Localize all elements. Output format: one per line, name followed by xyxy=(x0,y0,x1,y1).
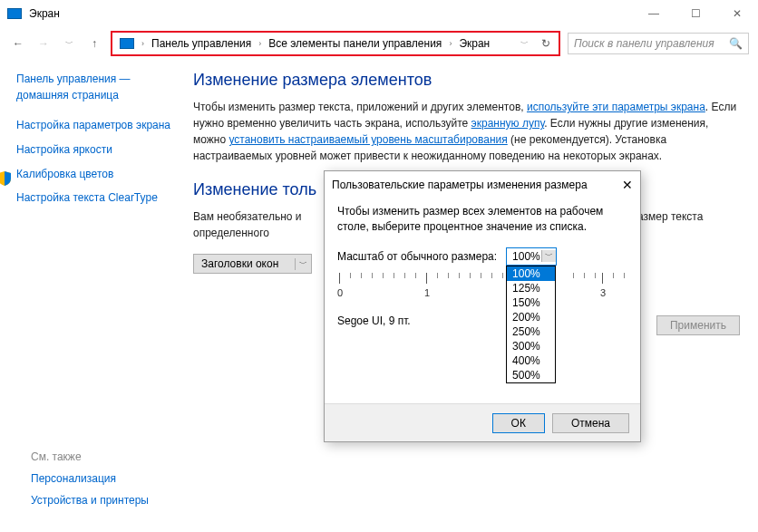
dialog-footer: ОК Отмена xyxy=(325,403,640,441)
scale-option[interactable]: 500% xyxy=(507,368,555,382)
maximize-button[interactable]: ☐ xyxy=(675,0,716,27)
page-heading: Изменение размера элементов xyxy=(193,71,742,90)
dialog-description: Чтобы изменить размер всех элементов на … xyxy=(337,204,627,235)
forward-button[interactable]: → xyxy=(34,34,53,53)
see-also-header: См. также xyxy=(31,450,149,463)
dialog-close-button[interactable]: ✕ xyxy=(622,178,633,192)
chevron-right-icon: › xyxy=(141,39,144,48)
chevron-down-icon: ﹀ xyxy=(541,250,556,262)
ruler[interactable]: 0 1 3 xyxy=(337,273,627,311)
dialog-titlebar: Пользовательские параметры изменения раз… xyxy=(325,171,640,198)
scale-label: Масштаб от обычного размера: xyxy=(337,250,497,263)
chevron-right-icon: › xyxy=(449,39,452,48)
breadcrumb-item[interactable]: Экран xyxy=(455,37,493,50)
see-also: См. также Персонализация Устройства и пр… xyxy=(31,450,149,516)
see-also-devices[interactable]: Устройства и принтеры xyxy=(31,494,149,507)
scale-option[interactable]: 200% xyxy=(507,310,555,324)
breadcrumb-item[interactable]: Все элементы панели управления xyxy=(265,37,445,50)
titlebar: Экран — ☐ ✕ xyxy=(0,0,758,27)
chevron-down-icon: ﹀ xyxy=(295,258,311,270)
control-panel-home-link[interactable]: Панель управления — домашняя страница xyxy=(16,71,179,103)
scale-combobox[interactable]: 100% ﹀ xyxy=(506,247,557,266)
scale-option[interactable]: 300% xyxy=(507,339,555,353)
navbar: ← → ﹀ ↑ › Панель управления › Все элемен… xyxy=(0,27,758,60)
ok-button[interactable]: ОК xyxy=(492,413,545,433)
history-dropdown[interactable]: ﹀ xyxy=(515,34,533,53)
sidebar-link-brightness[interactable]: Настройка яркости xyxy=(16,142,179,158)
ruler-label: 3 xyxy=(600,287,606,298)
font-sample: Segoe UI, 9 пт. xyxy=(337,314,627,327)
ruler-label: 0 xyxy=(337,287,343,298)
search-icon[interactable]: 🔍 xyxy=(729,37,743,50)
link-magnifier[interactable]: экранную лупу xyxy=(471,117,545,130)
see-also-personalization[interactable]: Персонализация xyxy=(31,472,149,485)
cancel-button[interactable]: Отмена xyxy=(552,413,629,433)
scale-dropdown-list[interactable]: 100% 125% 150% 200% 250% 300% 400% 500% xyxy=(506,266,556,383)
close-button[interactable]: ✕ xyxy=(716,0,758,27)
custom-scaling-dialog: Пользовательские параметры изменения раз… xyxy=(324,170,641,442)
window-title: Экран xyxy=(29,7,633,20)
up-button[interactable]: ↑ xyxy=(85,34,103,53)
shield-icon xyxy=(0,171,11,186)
recent-dropdown[interactable]: ﹀ xyxy=(60,34,78,53)
description-paragraph: Чтобы изменить размер текста, приложений… xyxy=(193,99,742,164)
sidebar-link-display-settings[interactable]: Настройка параметров экрана xyxy=(16,118,179,133)
link-display-params[interactable]: используйте эти параметры экрана xyxy=(527,101,705,113)
sidebar-link-calibrate[interactable]: Калибровка цветов xyxy=(16,167,113,182)
chevron-right-icon: › xyxy=(258,39,261,48)
breadcrumb[interactable]: › Панель управления › Все элементы панел… xyxy=(111,31,560,56)
sidebar: Панель управления — домашняя страница На… xyxy=(16,71,193,274)
link-custom-scaling[interactable]: установить настраиваемый уровень масштаб… xyxy=(228,133,507,146)
scale-option[interactable]: 400% xyxy=(507,353,555,368)
scale-option[interactable]: 150% xyxy=(507,295,555,310)
dialog-title-text: Пользовательские параметры изменения раз… xyxy=(332,179,622,191)
search-placeholder: Поиск в панели управления xyxy=(574,37,714,50)
search-input[interactable]: Поиск в панели управления 🔍 xyxy=(568,33,749,54)
breadcrumb-item[interactable]: Панель управления xyxy=(148,37,255,50)
scale-option[interactable]: 100% xyxy=(507,266,555,281)
scale-option[interactable]: 125% xyxy=(507,281,555,295)
ruler-label: 1 xyxy=(424,287,430,298)
refresh-button[interactable]: ↻ xyxy=(537,34,555,53)
app-icon xyxy=(7,8,22,19)
scale-option[interactable]: 250% xyxy=(507,324,555,339)
location-icon xyxy=(120,38,134,49)
minimize-button[interactable]: — xyxy=(633,0,675,27)
element-type-combo[interactable]: Заголовки окон ﹀ xyxy=(193,254,312,274)
back-button[interactable]: ← xyxy=(9,34,27,53)
sidebar-link-cleartype[interactable]: Настройка текста ClearType xyxy=(16,190,179,206)
apply-button[interactable]: Применить xyxy=(656,315,740,335)
